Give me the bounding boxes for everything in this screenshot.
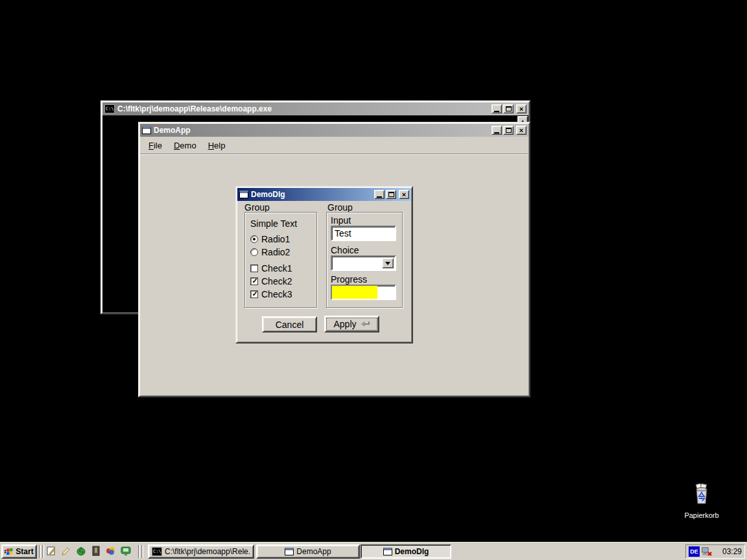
system-tray: DE 03:29: [685, 544, 745, 559]
close-icon: ×: [519, 127, 523, 134]
window-icon: [383, 548, 392, 555]
windows-logo-icon: [5, 548, 14, 556]
terminal-icon[interactable]: [121, 546, 131, 556]
recycle-bin-label: Papierkorb: [681, 511, 722, 519]
maximize-icon: [506, 128, 512, 133]
minimize-icon: [494, 132, 499, 134]
input-field[interactable]: [331, 226, 396, 241]
window-icon: [285, 548, 294, 555]
notepad-icon[interactable]: [46, 546, 56, 556]
start-button[interactable]: Start: [1, 544, 37, 559]
right-group-label: Group: [327, 202, 353, 213]
progress-bar: [331, 285, 396, 300]
quick-launch-bar: [46, 546, 131, 556]
console-icon: C:\: [104, 104, 115, 113]
maximize-button[interactable]: [386, 190, 396, 199]
paint-icon[interactable]: [61, 546, 71, 556]
taskbar-separator: [141, 545, 143, 558]
menu-help[interactable]: Help: [202, 137, 231, 154]
taskbar-separator: [138, 545, 140, 558]
demodlg-title: DemoDlg: [251, 190, 372, 199]
taskbar-separator: [42, 545, 44, 558]
minimize-icon: [494, 111, 499, 112]
maximize-button[interactable]: [503, 104, 514, 113]
return-key-icon: [361, 321, 370, 327]
left-group-label: Group: [244, 202, 270, 213]
menu-bar: File Demo Help: [140, 137, 528, 154]
radio-radio1[interactable]: Radio1: [250, 234, 290, 244]
demodlg-titlebar[interactable]: DemoDlg ×: [237, 188, 411, 201]
taskbar-separator: [39, 545, 41, 558]
cancel-button[interactable]: Cancel: [262, 316, 317, 332]
dropdown-arrow-button[interactable]: [382, 258, 394, 268]
apply-button[interactable]: Apply: [324, 316, 379, 332]
recycle-bin-icon: [691, 484, 713, 507]
choice-label: Choice: [331, 245, 359, 255]
radio-selected-icon: [250, 235, 258, 243]
maximize-icon: [388, 192, 394, 197]
taskbar-button-console[interactable]: C:\ C:\fltk\prj\demoapp\Rele...: [148, 544, 254, 559]
checkbox-checked-icon: [250, 277, 258, 285]
close-button[interactable]: ×: [516, 126, 527, 135]
console-titlebar[interactable]: C:\ C:\fltk\prj\demoapp\Release\demoapp.…: [102, 102, 528, 115]
demoapp-title: DemoApp: [154, 126, 489, 135]
close-icon: ×: [402, 191, 406, 198]
close-button[interactable]: ×: [399, 190, 409, 199]
radio-radio2[interactable]: Radio2: [250, 247, 290, 257]
window-icon: [142, 126, 151, 134]
checkbox-check1[interactable]: Check1: [250, 263, 292, 274]
language-indicator[interactable]: DE: [689, 546, 700, 557]
progress-label: Progress: [331, 274, 367, 285]
menu-file[interactable]: File: [143, 137, 168, 154]
recycle-bin-desktop-icon[interactable]: Papierkorb: [681, 484, 722, 519]
window-icon: [239, 191, 248, 198]
radio-unselected-icon: [250, 248, 258, 256]
bug-icon[interactable]: [76, 546, 86, 556]
console-title: C:\fltk\prj\demoapp\Release\demoapp.exe: [117, 104, 489, 113]
chevron-down-icon: [385, 262, 390, 265]
minimize-button[interactable]: [374, 190, 385, 199]
console-icon: C:\: [152, 547, 162, 556]
checkbox-check2[interactable]: Check2: [250, 276, 292, 286]
taskbar: Start C:\ C:\fltk\prj\demoapp\Rele... De…: [0, 542, 747, 560]
demoapp-titlebar[interactable]: DemoApp ×: [140, 124, 528, 137]
simple-text-label: Simple Text: [250, 218, 297, 229]
media-icon[interactable]: [106, 546, 116, 556]
input-label: Input: [331, 215, 351, 226]
book-icon[interactable]: [91, 546, 101, 556]
checkbox-unchecked-icon: [250, 264, 258, 272]
menu-demo[interactable]: Demo: [168, 137, 202, 154]
choice-dropdown[interactable]: [331, 255, 396, 271]
choice-value: [332, 257, 335, 268]
right-groupbox: Input Choice Progress: [326, 212, 403, 308]
minimize-button[interactable]: [492, 104, 502, 113]
taskbar-button-demodlg[interactable]: DemoDlg: [361, 544, 451, 559]
close-button[interactable]: ×: [516, 104, 527, 113]
minimize-icon: [377, 196, 382, 198]
left-groupbox: Simple Text Radio1 Radio2 Check1 Check2 …: [244, 212, 317, 308]
network-disconnected-icon[interactable]: [702, 546, 713, 557]
maximize-icon: [506, 106, 512, 111]
maximize-button[interactable]: [503, 126, 514, 135]
checkbox-checked-icon: [250, 290, 258, 298]
taskbar-button-demoapp[interactable]: DemoApp: [256, 544, 360, 559]
checkbox-check3[interactable]: Check3: [250, 289, 292, 299]
close-icon: ×: [519, 106, 523, 112]
desktop: { "desktop": { "recycle_bin_label": "Pap…: [0, 0, 747, 560]
progress-fill: [332, 286, 377, 299]
minimize-button[interactable]: [492, 126, 502, 135]
demodlg-dialog: DemoDlg × Group Simple Text Radio1 Radio…: [235, 186, 413, 344]
clock: 03:29: [722, 547, 742, 556]
